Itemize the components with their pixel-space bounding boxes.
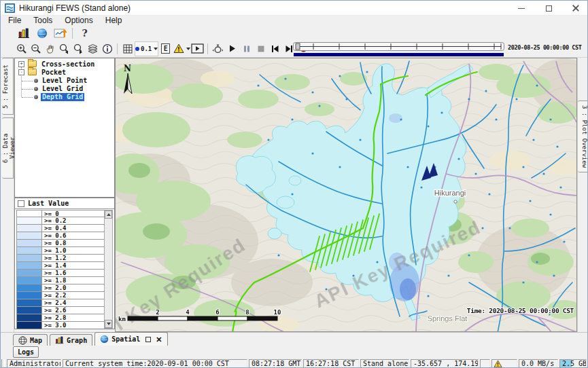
north-label: N xyxy=(124,64,131,73)
status-warning[interactable] xyxy=(491,359,517,368)
forecast-database-button[interactable] xyxy=(14,26,33,40)
timeseries-display-button[interactable] xyxy=(51,26,69,40)
legend-scrollbar[interactable] xyxy=(104,210,113,329)
legend-swatch xyxy=(16,322,42,329)
scroll-down-button[interactable] xyxy=(105,320,112,328)
pan-button[interactable] xyxy=(43,41,57,56)
logs-button[interactable]: Logs xyxy=(13,346,39,358)
stop-button[interactable] xyxy=(254,41,268,56)
app-window: Hikurangi FEWS (Stand alone) FileToolsOp… xyxy=(0,0,588,368)
tree-item-level-point[interactable]: Level Point xyxy=(15,77,114,85)
zoom-next-button[interactable] xyxy=(71,41,86,56)
legend-row-label: >= 0.8 xyxy=(42,240,105,247)
tab-map[interactable]: Map xyxy=(13,334,48,346)
animation-speed-button[interactable] xyxy=(211,41,225,56)
skip-to-start-button[interactable] xyxy=(268,41,282,56)
tree-item-depth-grid[interactable]: Depth Grid xyxy=(15,93,114,101)
maximize-button[interactable] xyxy=(541,2,556,14)
skip-start-icon xyxy=(271,45,279,53)
legend-row-label: >= 0.2 xyxy=(42,217,105,225)
legend-row: >= 2.0 xyxy=(16,284,105,292)
legend-swatch xyxy=(16,210,42,217)
bar-chart-icon xyxy=(18,28,30,39)
legend-row-label: >= 1.4 xyxy=(42,262,105,270)
map-canvas[interactable]: API Key Required API Key Required Hikura… xyxy=(115,58,577,332)
legend-swatch xyxy=(16,314,42,322)
thresholds-dropdown[interactable] xyxy=(173,41,190,56)
play-button[interactable] xyxy=(225,41,239,56)
help-button[interactable]: ? xyxy=(75,26,94,40)
label-e-icon: E xyxy=(161,43,170,54)
menu-bar: FileToolsOptionsHelp xyxy=(1,16,587,26)
grid-display-button[interactable] xyxy=(120,41,135,56)
label-toggle-button[interactable]: E xyxy=(158,41,173,56)
info-icon xyxy=(102,43,113,54)
legend-row: >= 1.2 xyxy=(16,255,105,262)
main-toolbar: ? xyxy=(1,26,587,40)
tree-panel: +Cross-section-PocketLevel PointLevel Gr… xyxy=(14,58,115,198)
layers-button[interactable] xyxy=(86,41,100,56)
left-tab-strip: 5 : Forecast6 : Data Viewer xyxy=(1,58,14,332)
legend-row: >= 0.8 xyxy=(16,240,105,247)
timeline-slider[interactable] xyxy=(293,41,505,57)
close-tab-icon[interactable] xyxy=(156,336,162,343)
last-value-checkbox[interactable] xyxy=(18,200,24,207)
zoom-in-button[interactable] xyxy=(14,41,29,56)
legend-swatch xyxy=(16,240,42,247)
legend-row-label: >= 1.8 xyxy=(42,277,105,284)
minimize-button[interactable] xyxy=(514,2,529,14)
menu-file[interactable]: File xyxy=(2,16,27,26)
status-mode: Stand alone xyxy=(360,359,409,368)
animation-dialog-button[interactable] xyxy=(190,41,205,56)
bottom-tab-bar: MapGraphSpatial xyxy=(1,332,587,346)
tree-expander-icon[interactable]: - xyxy=(18,69,24,75)
legend-swatch xyxy=(16,232,42,240)
status-memory: 2.5 GB xyxy=(559,359,587,368)
legend-row-label: >= 2.4 xyxy=(42,299,105,307)
info-button[interactable] xyxy=(100,41,114,56)
timeline-handle[interactable] xyxy=(296,43,300,50)
map-time-label: Time: 2020-08-25 00:00:00 CST xyxy=(467,307,574,314)
point-scale-dropdown[interactable]: 0.1 xyxy=(135,41,158,56)
tree-expander-icon[interactable]: + xyxy=(18,61,24,67)
menu-tools[interactable]: Tools xyxy=(27,16,58,26)
legend-row: >= 1.8 xyxy=(16,277,105,284)
legend-row: >= 0 xyxy=(16,210,105,217)
legend-row: >= 0.4 xyxy=(16,225,105,232)
folder-icon xyxy=(28,60,37,67)
scale-unit-label: km xyxy=(118,316,126,323)
tree-item-label: Cross-section xyxy=(40,60,96,69)
tree-item-label: Level Point xyxy=(41,77,88,85)
last-value-label: Last Value xyxy=(28,200,69,207)
zoom-previous-button[interactable] xyxy=(57,41,71,56)
scale-tick: 8 xyxy=(245,309,249,316)
tree-item-pocket[interactable]: -Pocket xyxy=(15,69,114,77)
status-local-time: 16:27:18 CST xyxy=(303,359,359,368)
tree-item-level-grid[interactable]: Level Grid xyxy=(15,85,114,93)
pause-button[interactable] xyxy=(239,41,254,56)
point-scale-value: 0.1 xyxy=(141,45,152,52)
legend-row: >= 2.8 xyxy=(16,314,105,322)
logs-row: Logs xyxy=(1,346,587,359)
zoom-in-icon xyxy=(16,43,27,54)
tab-spatial[interactable]: Spatial xyxy=(94,332,167,346)
help-icon: ? xyxy=(82,28,87,39)
legend-header: Last Value xyxy=(15,198,114,209)
menu-options[interactable]: Options xyxy=(58,16,99,26)
menu-help[interactable]: Help xyxy=(99,16,128,26)
restore-view-icon[interactable] xyxy=(145,337,151,342)
map-display-button[interactable] xyxy=(33,26,51,40)
pan-hand-icon xyxy=(45,43,56,54)
tab-graph[interactable]: Graph xyxy=(50,334,92,346)
tab-label: Spatial xyxy=(111,335,140,343)
close-button[interactable] xyxy=(568,2,583,14)
town-label: Hikurangi xyxy=(434,189,466,197)
sidebar-tab-3-plot-overview[interactable]: 3 : Plot Overview xyxy=(578,100,588,172)
legend-row-label: >= 3.0 xyxy=(42,322,105,329)
sidebar-tab-5-forecast[interactable]: 5 : Forecast xyxy=(2,58,14,115)
legend-swatch xyxy=(16,292,42,299)
scroll-up-button[interactable] xyxy=(105,210,112,219)
globe-blue-icon xyxy=(100,335,109,344)
sidebar-tab-6-data-viewer[interactable]: 6 : Data Viewer xyxy=(2,117,14,179)
zoom-out-button[interactable] xyxy=(29,41,43,56)
